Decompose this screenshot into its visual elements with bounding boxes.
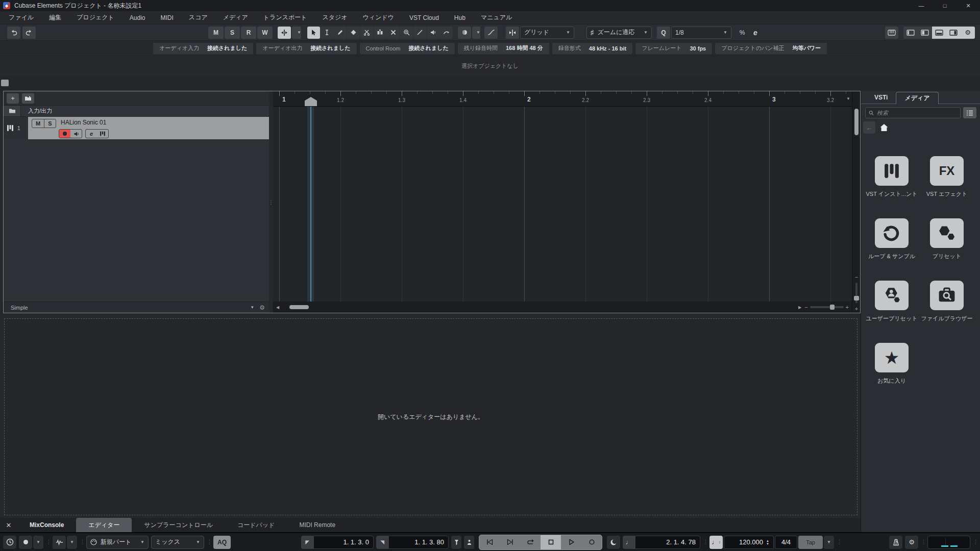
zoom-preset-dropdown[interactable]: ♯ ズームに適応▼ <box>586 27 652 39</box>
tempo-display[interactable]: 120.000 ▲▼ <box>724 536 774 549</box>
add-track-button[interactable]: + <box>7 93 19 104</box>
right-zone-tab-0[interactable]: VSTi <box>866 91 896 104</box>
menu-item-7[interactable]: トランスポート <box>256 11 315 24</box>
menu-item-2[interactable]: プロジェクト <box>69 11 122 24</box>
quantize-button[interactable]: Q <box>657 27 670 39</box>
play-button[interactable] <box>561 535 581 549</box>
auto-quantize-button[interactable]: AQ <box>213 536 231 549</box>
back-button[interactable]: ← <box>863 121 875 134</box>
status-chip-1[interactable]: オーディオ出力接続されました <box>256 43 356 54</box>
go-to-previous-marker-button[interactable] <box>479 535 500 549</box>
mute-tool[interactable] <box>387 27 400 39</box>
right-locator-flag-icon[interactable]: ◥ <box>376 536 388 549</box>
zoom-out-icon[interactable]: − <box>804 304 807 310</box>
menu-item-12[interactable]: マニュアル <box>473 11 520 24</box>
zoom-tool[interactable] <box>400 27 413 39</box>
monitor-button[interactable] <box>70 130 82 138</box>
edit-instrument-button[interactable] <box>97 130 108 138</box>
section-grip[interactable]: ⋮ <box>80 539 84 545</box>
vertical-scroll-thumb[interactable] <box>854 109 859 135</box>
record-button[interactable] <box>581 535 602 549</box>
zoom-slider-thumb[interactable] <box>830 305 835 310</box>
maximize-button[interactable]: □ <box>933 0 957 11</box>
event-grid[interactable] <box>273 107 852 302</box>
horizontal-scroll-track[interactable] <box>282 302 795 313</box>
media-tile-file-browser[interactable] <box>930 281 964 310</box>
lower-tab-1[interactable]: エディター <box>76 518 132 532</box>
status-chip-5[interactable]: フレームレート30 fps <box>635 43 712 54</box>
media-tile-favorites[interactable]: ★ <box>875 343 909 372</box>
overview-thumb[interactable] <box>1 80 9 86</box>
vzoom-slider-thumb[interactable] <box>854 296 859 300</box>
right-zone-tab-1[interactable]: メディア <box>896 92 938 104</box>
draw-tool[interactable] <box>334 27 347 39</box>
status-chip-2[interactable]: Control Room接続されました <box>360 43 455 54</box>
left-locator-display[interactable]: 1. 1. 3. 0 <box>313 536 374 549</box>
status-chip-4[interactable]: 録音形式48 kHz - 16 bit <box>552 43 632 54</box>
zoom-in-icon[interactable]: + <box>846 304 849 310</box>
lower-tab-0[interactable]: MixConsole <box>17 518 76 532</box>
menu-item-6[interactable]: メディア <box>215 11 256 24</box>
vertical-scrollbar[interactable]: − + <box>852 91 860 313</box>
quantize-preset-dropdown[interactable]: 1/8▼ <box>671 27 731 39</box>
color-tool-button[interactable] <box>458 27 471 39</box>
section-grip[interactable]: ⋮ <box>703 539 707 545</box>
section-grip[interactable]: ⋮ <box>921 539 925 545</box>
global-r-button[interactable]: R <box>241 27 256 39</box>
undo-button[interactable] <box>7 27 20 39</box>
automation-curve-button[interactable] <box>484 27 498 39</box>
show-left-zone-button[interactable] <box>918 27 932 39</box>
media-tile-user-presets[interactable] <box>875 281 909 310</box>
time-signature-display[interactable]: 4/4 <box>775 536 797 549</box>
right-locator-display[interactable]: 1. 1. 3. 80 <box>388 536 449 549</box>
menu-item-10[interactable]: VST Cloud <box>402 11 447 24</box>
erase-tool[interactable] <box>347 27 360 39</box>
quantize-panel-button[interactable]: e <box>749 27 762 39</box>
edit-channel-button[interactable]: e <box>86 130 97 138</box>
gear-icon[interactable]: ⚙ <box>259 304 265 311</box>
tap-tempo-button[interactable]: Tap <box>798 536 823 549</box>
constrain-delay-button[interactable] <box>3 536 16 549</box>
workspace-preset-label[interactable]: Simple <box>11 305 28 311</box>
auto-scroll-options-button[interactable]: ▼ <box>292 27 301 39</box>
glue-tool[interactable] <box>374 27 386 39</box>
media-tile-instrument[interactable] <box>875 156 909 186</box>
global-m-button[interactable]: M <box>208 27 224 39</box>
midi-record-mix-dropdown[interactable]: ミックス▼ <box>151 536 204 549</box>
tempo-track-button[interactable]: ♩↕ <box>709 536 723 549</box>
status-chip-6[interactable]: プロジェクトのパン補正均等パワー <box>715 43 827 54</box>
folder-track-row[interactable]: 入力/出力 <box>4 106 269 117</box>
instrument-track-row[interactable]: 1 M S HALion Sonic 01 e <box>4 117 269 139</box>
minimize-button[interactable]: — <box>910 0 933 11</box>
playhead-marker[interactable] <box>305 97 317 107</box>
snap-button[interactable] <box>506 27 519 39</box>
lower-tab-4[interactable]: MIDI Remote <box>287 518 348 532</box>
record-mode-menu-button[interactable]: ▼ <box>33 536 43 549</box>
punch-in-button[interactable] <box>451 536 461 549</box>
section-grip[interactable]: ⋮ <box>973 539 977 545</box>
zoom-slider-track[interactable] <box>810 306 844 308</box>
results-list-button[interactable] <box>963 107 976 118</box>
vzoom-slider-track[interactable] <box>855 283 857 303</box>
media-tile-fx[interactable]: FX <box>930 156 964 186</box>
punch-out-button[interactable] <box>464 536 474 549</box>
show-right-zone-button[interactable] <box>946 27 961 39</box>
feedback-tool[interactable] <box>440 27 453 39</box>
section-grip[interactable]: ⋮ <box>46 539 50 545</box>
close-button[interactable]: ✕ <box>957 0 980 11</box>
solo-button[interactable]: S <box>44 119 56 128</box>
search-box[interactable] <box>865 107 961 118</box>
mute-button[interactable]: M <box>32 119 44 128</box>
search-input[interactable] <box>877 110 957 116</box>
cycle-button[interactable] <box>520 535 541 549</box>
play-tool[interactable] <box>427 27 439 39</box>
menu-item-4[interactable]: MIDI <box>153 11 181 24</box>
iterative-quantize-button[interactable]: % <box>736 27 749 39</box>
status-chip-0[interactable]: オーディオ入力接続されました <box>153 43 253 54</box>
grid-type-dropdown[interactable]: グリッド▼ <box>520 27 574 39</box>
metronome-button[interactable] <box>889 536 902 549</box>
menu-item-0[interactable]: ファイル <box>1 11 41 24</box>
audio-record-mode-menu-button[interactable]: ▼ <box>67 536 77 549</box>
track-preset-button[interactable] <box>22 93 34 104</box>
audio-record-mode-button[interactable] <box>53 536 66 549</box>
